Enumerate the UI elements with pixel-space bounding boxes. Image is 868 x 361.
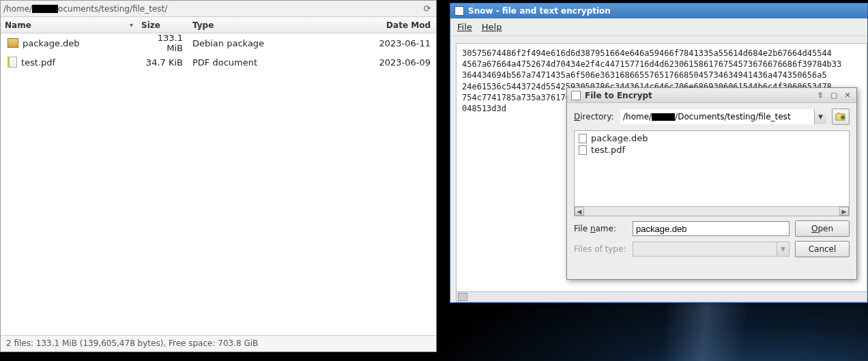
filename-input[interactable] bbox=[633, 221, 790, 236]
dialog-title: File to Encrypt bbox=[585, 91, 652, 100]
list-scrollbar[interactable]: ◀ ▶ bbox=[575, 206, 849, 216]
app-icon bbox=[454, 6, 464, 16]
folder-up-icon bbox=[835, 111, 846, 122]
list-item[interactable]: package.deb bbox=[576, 132, 848, 144]
filename-label: File name: bbox=[574, 224, 627, 233]
go-up-button[interactable] bbox=[832, 109, 850, 125]
scrollbar-thumb[interactable] bbox=[458, 293, 467, 301]
close-icon[interactable]: ✕ bbox=[843, 91, 852, 100]
file-name: package.deb bbox=[23, 38, 80, 48]
menu-bar: File Help bbox=[450, 18, 867, 36]
column-headers: Name ▾ Size Type Date Mod bbox=[1, 17, 436, 33]
column-date[interactable]: Date Mod bbox=[332, 20, 436, 30]
document-icon bbox=[8, 57, 17, 68]
snow-titlebar[interactable]: Snow - file and text encryption bbox=[450, 3, 867, 18]
list-item[interactable]: test.pdf bbox=[576, 144, 848, 156]
file-icon bbox=[579, 145, 587, 155]
minimize-icon[interactable]: ⇧ bbox=[815, 91, 825, 100]
sort-indicator-icon: ▾ bbox=[130, 21, 137, 29]
status-bar: 2 files: 133.1 MiB (139,605,478 bytes), … bbox=[1, 335, 436, 351]
column-name[interactable]: Name ▾ bbox=[1, 20, 137, 30]
file-manager-window: /home/ocuments/testing/file_test/ ⟳ Name… bbox=[0, 0, 437, 352]
filetype-label: Files of type: bbox=[574, 244, 627, 254]
chevron-down-icon: ▼ bbox=[777, 242, 789, 256]
cancel-button[interactable]: Cancel bbox=[795, 241, 850, 257]
file-icon bbox=[579, 134, 587, 143]
file-date: 2023-06-11 bbox=[332, 38, 436, 48]
path-text: /home/ocuments/testing/file_test/ bbox=[3, 4, 421, 14]
filetype-combo: ▼ bbox=[633, 242, 790, 257]
file-list[interactable]: package.deb 133.1 MiB Debian package 202… bbox=[1, 33, 436, 334]
menu-help[interactable]: Help bbox=[482, 22, 502, 32]
file-row[interactable]: package.deb 133.1 MiB Debian package 202… bbox=[1, 33, 436, 53]
file-picker-list[interactable]: package.deb test.pdf ◀ ▶ bbox=[574, 130, 850, 216]
file-name: test.pdf bbox=[21, 57, 55, 68]
column-size[interactable]: Size bbox=[137, 20, 188, 30]
file-date: 2023-06-09 bbox=[332, 57, 436, 68]
open-button[interactable]: Open bbox=[795, 220, 850, 237]
maximize-icon[interactable]: ▢ bbox=[829, 91, 839, 100]
file-chooser-dialog: File to Encrypt ⇧ ▢ ✕ Directory: /home//… bbox=[566, 87, 857, 280]
menu-file[interactable]: File bbox=[457, 22, 472, 32]
dialog-icon bbox=[571, 91, 581, 100]
file-size: 133.1 MiB bbox=[137, 33, 188, 53]
window-title: Snow - file and text encryption bbox=[468, 6, 611, 16]
dialog-titlebar[interactable]: File to Encrypt ⇧ ▢ ✕ bbox=[567, 88, 856, 103]
horizontal-scrollbar[interactable] bbox=[456, 291, 867, 302]
directory-label: Directory: bbox=[574, 112, 615, 121]
file-size: 34.7 KiB bbox=[137, 57, 188, 68]
column-type[interactable]: Type bbox=[188, 20, 332, 30]
chevron-down-icon[interactable]: ▼ bbox=[814, 109, 826, 124]
package-icon bbox=[8, 38, 18, 48]
scroll-right-icon[interactable]: ▶ bbox=[839, 207, 849, 216]
refresh-icon[interactable]: ⟳ bbox=[421, 3, 433, 15]
path-bar[interactable]: /home/ocuments/testing/file_test/ ⟳ bbox=[1, 1, 436, 17]
file-type: Debian package bbox=[188, 38, 332, 48]
directory-combo[interactable]: /home//Documents/testing/file_test ▼ bbox=[620, 109, 826, 124]
file-row[interactable]: test.pdf 34.7 KiB PDF document 2023-06-0… bbox=[1, 53, 436, 72]
file-type: PDF document bbox=[188, 57, 332, 68]
scroll-left-icon[interactable]: ◀ bbox=[575, 207, 584, 216]
